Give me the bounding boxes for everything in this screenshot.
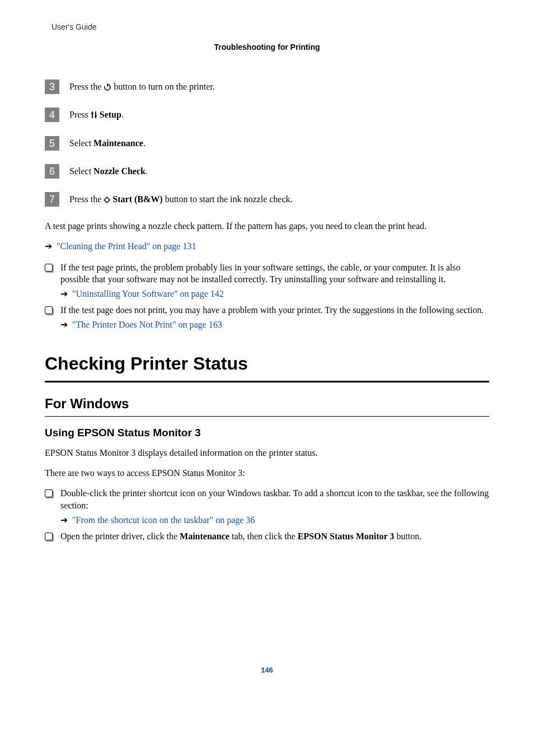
text-bold: Start (B&W) (110, 194, 162, 204)
text-fragment: If the test page prints, the problem pro… (60, 263, 461, 284)
link-text: "From the shortcut icon on the taskbar" … (72, 515, 255, 525)
text-fragment: . (146, 166, 148, 176)
step-text: Press the Start (B&W) button to start th… (69, 192, 293, 207)
note-box-icon (45, 264, 53, 272)
text-bold: EPSON Status Monitor 3 (298, 531, 395, 541)
body-paragraph: A test page prints showing a nozzle chec… (45, 220, 489, 232)
arrow-right-icon: ➔ (60, 514, 68, 526)
arrow-right-icon: ➔ (60, 319, 68, 331)
text-fragment: Open the printer driver, click the (60, 531, 180, 541)
page-number: 146 (45, 666, 489, 674)
list-item-text: If the test page does not print, you may… (60, 304, 489, 330)
body-paragraph: There are two ways to access EPSON Statu… (45, 467, 489, 479)
list-item-text: If the test page prints, the problem pro… (60, 262, 489, 300)
step-text: Press the button to turn on the printer. (69, 80, 215, 94)
body-paragraph: EPSON Status Monitor 3 displays detailed… (45, 447, 489, 459)
svg-rect-3 (91, 113, 93, 114)
setup-icon (91, 110, 97, 122)
list-item: If the test page prints, the problem pro… (45, 262, 489, 300)
text-bold: Nozzle Check (93, 166, 146, 176)
step-text: Press Setup. (69, 108, 124, 122)
note-box-icon (45, 533, 53, 540)
text-fragment: button to turn on the printer. (111, 82, 214, 91)
svg-marker-6 (104, 197, 110, 203)
text-fragment: button to start the ink nozzle check. (163, 194, 293, 204)
text-fragment: If the test page does not print, you may… (60, 305, 484, 315)
text-fragment: button. (394, 531, 421, 541)
link-text: "The Printer Does Not Print" on page 163 (72, 320, 222, 329)
cross-reference-link[interactable]: ➔ "Cleaning the Print Head" on page 131 (45, 241, 489, 251)
text-fragment: Select (69, 138, 93, 148)
list-item: Open the printer driver, click the Maint… (45, 530, 489, 543)
step-text: Select Nozzle Check. (69, 164, 148, 178)
step-number-badge: 6 (45, 164, 59, 179)
note-box-icon (45, 306, 53, 314)
arrow-right-icon: ➔ (45, 241, 52, 251)
text-bold: Maintenance (180, 531, 229, 541)
step-row: 7 Press the Start (B&W) button to start … (45, 192, 489, 207)
list-item: If the test page does not print, you may… (45, 304, 489, 330)
note-box-icon (45, 489, 53, 497)
text-fragment: . (121, 110, 124, 119)
step-row: 6 Select Nozzle Check. (45, 164, 489, 179)
power-icon (104, 82, 111, 94)
horizontal-rule (45, 416, 489, 417)
list-item: Double-click the printer shortcut icon o… (45, 487, 489, 526)
text-fragment: Press the (69, 82, 104, 91)
step-number-badge: 4 (45, 108, 59, 122)
svg-rect-5 (95, 115, 96, 117)
heading-1: Checking Printer Status (45, 353, 489, 374)
cross-reference-link[interactable]: ➔ "The Printer Does Not Print" on page 1… (60, 319, 489, 331)
step-number-badge: 3 (45, 80, 59, 94)
page-container: User's Guide Troubleshooting for Printin… (0, 0, 534, 708)
text-fragment: Press the (69, 194, 104, 204)
list-item-text: Double-click the printer shortcut icon o… (60, 487, 489, 526)
list-item-text: Open the printer driver, click the Maint… (60, 530, 489, 543)
diamond-icon (104, 194, 110, 207)
text-fragment: Press (69, 110, 91, 119)
arrow-right-icon: ➔ (60, 288, 68, 300)
step-text: Select Maintenance. (69, 136, 146, 150)
text-fragment: Select (69, 166, 93, 176)
text-fragment: Double-click the printer shortcut icon o… (60, 488, 489, 510)
cross-reference-link[interactable]: ➔ "From the shortcut icon on the taskbar… (60, 514, 489, 526)
link-text: "Cleaning the Print Head" on page 131 (57, 241, 196, 251)
horizontal-rule (45, 381, 489, 382)
section-heading: Troubleshooting for Printing (45, 43, 489, 52)
text-fragment: . (143, 138, 146, 148)
step-number-badge: 5 (45, 136, 59, 151)
step-row: 3 Press the button to turn on the printe… (45, 80, 489, 94)
text-bold: Setup (97, 110, 121, 119)
cross-reference-link[interactable]: ➔ "Uninstalling Your Software" on page 1… (60, 288, 489, 300)
link-text: "Uninstalling Your Software" on page 142 (72, 289, 224, 298)
text-fragment: tab, then click the (229, 531, 298, 541)
step-row: 4 Press Setup. (45, 108, 489, 122)
heading-3: Using EPSON Status Monitor 3 (45, 427, 489, 439)
heading-2: For Windows (45, 396, 489, 412)
step-row: 5 Select Maintenance. (45, 136, 489, 151)
step-number-badge: 7 (45, 192, 59, 207)
breadcrumb: User's Guide (51, 22, 489, 31)
text-bold: Maintenance (93, 138, 143, 148)
